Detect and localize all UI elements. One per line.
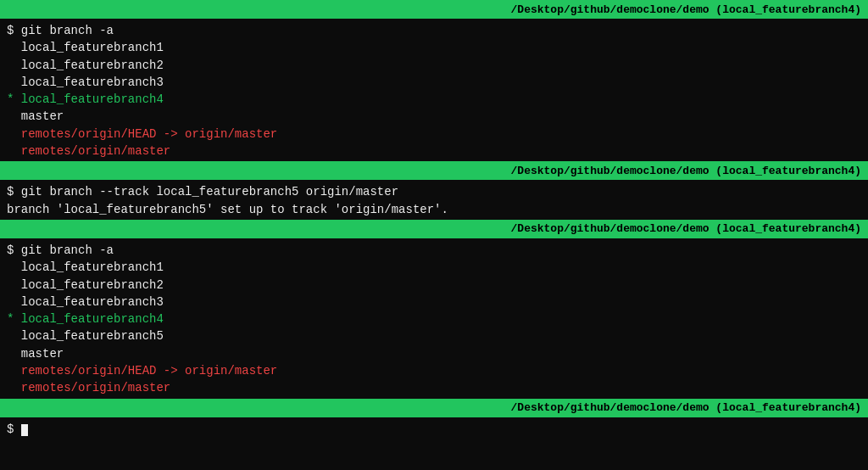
- prompt-path-3: /Desktop/github/democlone/demo (local_fe…: [511, 222, 861, 235]
- branch-line-6: remotes/origin/HEAD -> origin/master: [7, 126, 861, 143]
- branch2-line-1: local_featurebranch1: [7, 259, 861, 276]
- command-line-2: $ git branch --track local_featurebranch…: [7, 183, 861, 200]
- prompt-bar-4: /Desktop/github/democlone/demo (local_fe…: [0, 399, 868, 417]
- branch2-line-3: local_featurebranch3: [7, 294, 861, 311]
- branch-line-7: remotes/origin/master: [7, 143, 861, 159]
- branch-line-1: local_featurebranch1: [7, 39, 861, 56]
- prompt-dollar: $: [7, 422, 21, 436]
- branch-line-2: local_featurebranch2: [7, 57, 861, 74]
- branch2-line-2: local_featurebranch2: [7, 277, 861, 294]
- prompt-path-1: /Desktop/github/democlone/demo (local_fe…: [511, 3, 861, 16]
- final-prompt[interactable]: $: [7, 421, 861, 438]
- track-output: branch 'local_featurebranch5' set up to …: [7, 201, 861, 218]
- block-1: $ git branch -a local_featurebranch1 loc…: [0, 19, 868, 161]
- prompt-bar-3: /Desktop/github/democlone/demo (local_fe…: [0, 220, 868, 238]
- cursor: [21, 424, 28, 436]
- prompt-bar-2: /Desktop/github/democlone/demo (local_fe…: [0, 161, 868, 180]
- block-4[interactable]: $: [0, 417, 868, 439]
- prompt-path-4: /Desktop/github/democlone/demo (local_fe…: [511, 401, 861, 414]
- block-3: $ git branch -a local_featurebranch1 loc…: [0, 238, 868, 399]
- block-2: $ git branch --track local_featurebranch…: [0, 180, 868, 220]
- branch-line-5: master: [7, 108, 861, 125]
- branch2-line-6: master: [7, 345, 861, 362]
- prompt-bar-1: /Desktop/github/democlone/demo (local_fe…: [0, 0, 868, 19]
- prompt-path-2: /Desktop/github/democlone/demo (local_fe…: [511, 165, 861, 177]
- command-line-3: $ git branch -a: [7, 242, 861, 259]
- branch2-line-7: remotes/origin/HEAD -> origin/master: [7, 362, 861, 379]
- branch2-line-4-active: * local_featurebranch4: [7, 311, 861, 327]
- branch2-line-8: remotes/origin/master: [7, 379, 861, 396]
- command-line-1: $ git branch -a: [7, 22, 861, 39]
- terminal-window: /Desktop/github/democlone/demo (local_fe…: [0, 0, 868, 470]
- branch-line-3: local_featurebranch3: [7, 74, 861, 91]
- branch2-line-5: local_featurebranch5: [7, 327, 861, 344]
- branch-line-4-active: * local_featurebranch4: [7, 91, 861, 108]
